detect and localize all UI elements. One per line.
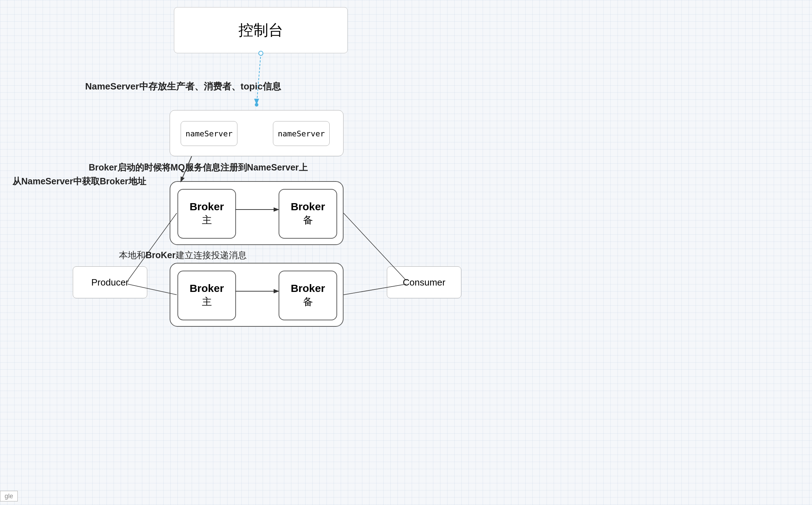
console-label: 控制台 bbox=[238, 20, 283, 40]
broker-master-top: Broker 主 bbox=[177, 189, 236, 239]
local-connect-label: 本地和BroKer建立连接投递消息 bbox=[119, 249, 247, 261]
nameserver-get-label: 从NameServer中获取Broker地址 bbox=[12, 175, 146, 187]
nameserver-box-1: nameServer bbox=[181, 121, 237, 146]
broker-slave-top: Broker 备 bbox=[279, 189, 337, 239]
broker-register-label: Broker启动的时候将MQ服务信息注册到NameServer上 bbox=[89, 162, 308, 173]
console-to-ns-arrow bbox=[257, 53, 261, 105]
broker-slave-bot-title: Broker bbox=[291, 282, 325, 294]
broker-register-text: Broker启动的时候将MQ服务信息注册到NameServer上 bbox=[89, 162, 308, 172]
broker-cluster-top: Broker 主 Broker 备 bbox=[170, 181, 344, 245]
diagram-canvas: 控制台 NameServer中存放生产者、消费者、topic信息 nameSer… bbox=[0, 0, 812, 505]
nameserver-box-2: nameServer bbox=[273, 121, 330, 146]
arrow-dot-bottom bbox=[255, 103, 258, 107]
nameserver-label: NameServer中存放生产者、消费者、topic信息 bbox=[85, 80, 281, 93]
broker-master-bot-title: Broker bbox=[190, 282, 224, 294]
broker-master-bottom: Broker 主 bbox=[177, 271, 236, 320]
consumer-box: Consumer bbox=[387, 266, 461, 298]
broker-master-bot-sub: 主 bbox=[202, 295, 212, 309]
bottom-left-partial: gle bbox=[0, 491, 18, 501]
producer-box: Producer bbox=[73, 266, 147, 298]
console-box: 控制台 bbox=[174, 7, 348, 53]
arrow-head-down bbox=[254, 99, 259, 105]
nameserver-cluster: nameServer nameServer bbox=[170, 110, 344, 156]
broker-slave-bottom: Broker 备 bbox=[279, 271, 337, 320]
broker-slave-bot-sub: 备 bbox=[303, 295, 313, 309]
consumer-label: Consumer bbox=[403, 277, 445, 288]
broker-cluster-bottom: Broker 主 Broker 备 bbox=[170, 263, 344, 327]
broker-master-top-sub: 主 bbox=[202, 213, 212, 227]
ns2-label: nameServer bbox=[278, 129, 325, 138]
producer-label: Producer bbox=[91, 277, 129, 288]
broker-slave-top-title: Broker bbox=[291, 201, 325, 213]
broker-master-top-title: Broker bbox=[190, 201, 224, 213]
broker-slave-top-sub: 备 bbox=[303, 213, 313, 227]
ns1-label: nameServer bbox=[186, 129, 232, 138]
